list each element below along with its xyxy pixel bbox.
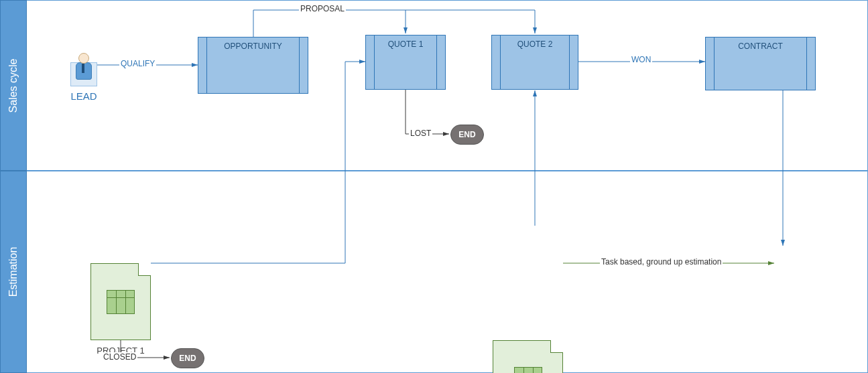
- project2-node: PROJECT 2: [493, 340, 563, 373]
- swimlane-header-sales: Sales cycle: [0, 0, 27, 171]
- table-icon: [107, 290, 135, 314]
- edge-label-lost: LOST: [409, 129, 432, 138]
- edge-label-won: WON: [630, 55, 652, 64]
- lead-tie-icon: [82, 64, 84, 73]
- contract-node: CONTRACT: [705, 37, 816, 90]
- lead-head-icon: [78, 53, 89, 64]
- edge-label-qualify: QUALIFY: [119, 59, 156, 68]
- swimlane-label-estimation: Estimation: [7, 247, 19, 297]
- end-lost-node: END: [450, 125, 484, 145]
- doc-fold-icon: [138, 263, 151, 276]
- end-closed-label: END: [179, 354, 196, 363]
- lead-node: LEAD: [70, 50, 97, 87]
- end-lost-label: END: [458, 130, 475, 139]
- opportunity-node: OPPORTUNITY: [198, 37, 308, 94]
- lead-label: LEAD: [70, 90, 97, 102]
- edge-label-estimation: Task based, ground up estimation: [600, 257, 723, 267]
- edge-label-proposal: PROPOSAL: [299, 4, 346, 13]
- quote2-label: QUOTE 2: [517, 40, 553, 49]
- edge-label-closed: CLOSED: [102, 352, 137, 362]
- quote1-node: QUOTE 1: [365, 35, 446, 90]
- table-icon: [514, 367, 542, 374]
- doc-fold-icon: [550, 340, 563, 353]
- swimlane-body-estimation: [27, 171, 868, 373]
- contract-label: CONTRACT: [738, 42, 783, 51]
- end-closed-node: END: [171, 348, 204, 368]
- project1-node: PROJECT 1: [90, 263, 151, 340]
- quote1-label: QUOTE 1: [388, 40, 424, 49]
- swimlane-header-estimation: Estimation: [0, 171, 27, 373]
- swimlane-label-sales: Sales cycle: [7, 58, 19, 113]
- quote2-node: QUOTE 2: [491, 35, 578, 90]
- opportunity-label: OPPORTUNITY: [224, 42, 282, 51]
